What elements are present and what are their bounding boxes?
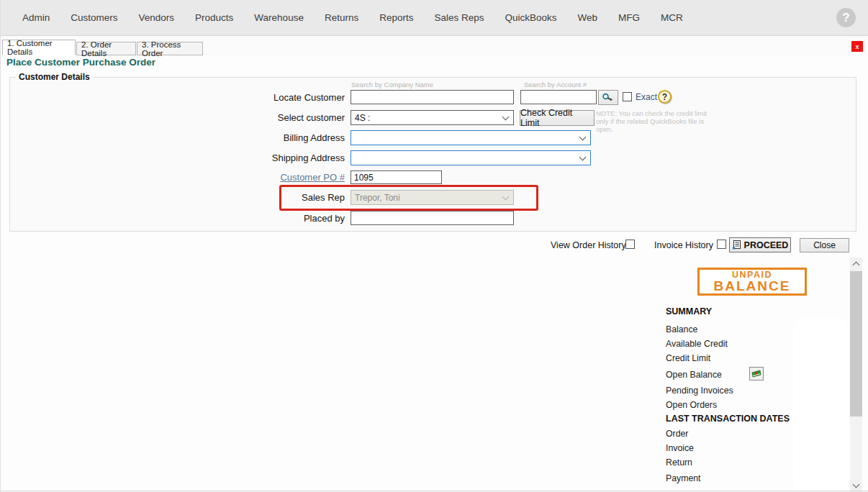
search-account-caption: Search by Account # xyxy=(524,81,587,88)
summary-invoice-label: Invoice xyxy=(666,443,694,453)
summary-return-label: Return xyxy=(666,457,692,468)
tab-process-order[interactable]: 3. Process Order xyxy=(137,42,203,55)
menu-sales-reps[interactable]: Sales Reps xyxy=(434,12,484,23)
placed-by-input[interactable] xyxy=(351,211,514,225)
summary-open-orders-label: Open Orders xyxy=(666,400,717,410)
view-order-history-label: View Order History xyxy=(551,240,626,250)
exact-checkbox[interactable] xyxy=(623,92,632,101)
select-customer-dropdown[interactable]: 4S : xyxy=(351,110,514,125)
menu-vendors[interactable]: Vendors xyxy=(139,12,175,23)
menu-quickbooks[interactable]: QuickBooks xyxy=(505,12,557,23)
exact-label: Exact xyxy=(636,92,657,102)
menu-admin[interactable]: Admin xyxy=(22,12,50,23)
scrollbar-thumb[interactable] xyxy=(850,271,862,416)
app-window: Admin Customers Vendors Products Warehou… xyxy=(0,0,868,492)
select-customer-value: 4S : xyxy=(355,113,370,123)
scroll-up-icon[interactable] xyxy=(850,258,862,270)
placed-by-label: Placed by xyxy=(230,213,345,224)
tab-strip: 1. Customer Details 2. Order Details 3. … xyxy=(1,36,868,55)
help-icon[interactable]: ? xyxy=(836,8,856,27)
tab-customer-details[interactable]: 1. Customer Details xyxy=(2,40,76,55)
customer-po-label-link[interactable]: Customer PO # xyxy=(280,172,345,183)
sales-rep-label: Sales Rep xyxy=(230,192,345,203)
menu-reports[interactable]: Reports xyxy=(379,12,413,23)
summary-credit-limit-label: Credit Limit xyxy=(666,353,710,363)
billing-address-label: Billing Address xyxy=(230,132,345,143)
last-transaction-dates-title: LAST TRANSACTION DATES xyxy=(666,414,790,424)
chevron-down-icon xyxy=(579,154,587,161)
view-order-history-checkbox[interactable] xyxy=(625,240,635,249)
menu-mfg[interactable]: MFG xyxy=(618,12,640,23)
proceed-label: PROCEED xyxy=(744,240,789,250)
top-menu-bar: Admin Customers Vendors Products Warehou… xyxy=(1,0,868,36)
menu-customers[interactable]: Customers xyxy=(71,12,117,23)
proceed-button[interactable]: PROCEED xyxy=(729,237,791,252)
invoice-history-label: Invoice History xyxy=(654,240,713,250)
sales-rep-value: Trepor, Toni xyxy=(355,193,400,203)
search-company-input[interactable] xyxy=(351,90,514,104)
menu-web[interactable]: Web xyxy=(578,12,598,23)
sales-rep-dropdown[interactable]: Trepor, Toni xyxy=(351,190,514,205)
search-company-caption: Search by Company Name xyxy=(351,81,433,88)
locate-help-icon[interactable]: ? xyxy=(658,90,672,104)
check-credit-limit-button[interactable]: Check Credit Limit xyxy=(520,110,595,126)
summary-payment-label: Payment xyxy=(666,473,701,483)
close-tab-icon[interactable]: x xyxy=(851,41,863,52)
summary-balance-label: Balance xyxy=(666,324,697,334)
chevron-down-icon xyxy=(579,134,587,141)
chevron-down-icon xyxy=(502,114,510,121)
bottom-border xyxy=(1,491,868,491)
shipping-address-dropdown[interactable] xyxy=(351,150,591,165)
menu-warehouse[interactable]: Warehouse xyxy=(254,12,304,23)
invoice-history-checkbox[interactable] xyxy=(717,240,726,249)
proceed-icon xyxy=(732,240,741,250)
menu-products[interactable]: Products xyxy=(195,12,233,23)
menu-returns[interactable]: Returns xyxy=(325,12,358,23)
chevron-down-icon xyxy=(502,193,510,201)
locate-customer-label: Locate Customer xyxy=(230,92,345,103)
credit-limit-note: NOTE: You can check the credit limit onl… xyxy=(596,109,715,133)
summary-open-balance-label: Open Balance xyxy=(666,370,722,380)
groupbox-legend: Customer Details xyxy=(16,72,93,82)
billing-address-dropdown[interactable] xyxy=(351,130,591,145)
stamp-line2: BALANCE xyxy=(714,279,791,293)
search-account-input[interactable] xyxy=(520,90,597,104)
summary-values-panel xyxy=(793,319,849,491)
unpaid-balance-stamp: UNPAID BALANCE xyxy=(697,268,807,296)
summary-title: SUMMARY xyxy=(666,306,712,316)
money-flag-icon xyxy=(751,370,761,378)
summary-order-label: Order xyxy=(666,429,688,439)
summary-available-credit-label: Available Credit xyxy=(666,339,728,349)
menu-mcr[interactable]: MCR xyxy=(661,12,683,23)
search-button[interactable] xyxy=(598,90,618,105)
summary-pending-invoices-label: Pending Invoices xyxy=(666,386,733,396)
vertical-scrollbar[interactable] xyxy=(850,258,862,492)
customer-po-input[interactable] xyxy=(351,170,442,184)
tab-order-details[interactable]: 2. Order Details xyxy=(76,42,136,55)
search-icon xyxy=(602,93,615,102)
close-button[interactable]: Close xyxy=(800,238,849,252)
select-customer-label: Select customer xyxy=(230,112,345,123)
shipping-address-label: Shipping Address xyxy=(230,152,345,163)
open-balance-flag-button[interactable] xyxy=(749,367,764,381)
page-title: Place Customer Purchase Order xyxy=(6,57,155,68)
